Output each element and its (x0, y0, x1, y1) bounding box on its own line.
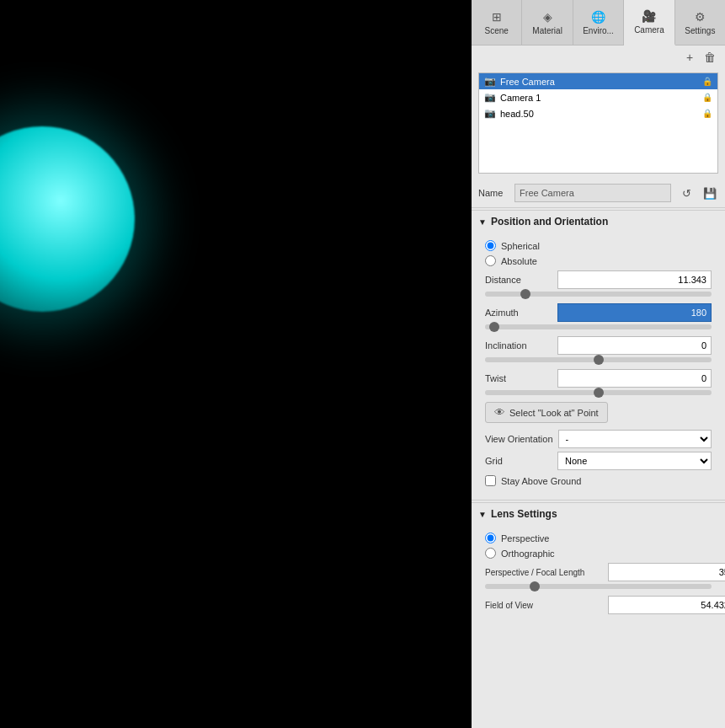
environ-icon: 🌐 (591, 10, 605, 24)
radio-orthographic-label: Orthographic (501, 549, 555, 559)
view-orientation-row: View Orientation - (485, 430, 712, 448)
name-row: Name ↺ 💾 (472, 180, 725, 206)
position-section-title: Position and Orientation (491, 216, 608, 228)
camera-item-lock-1: 🔒 (702, 93, 712, 102)
focal-length-slider-thumb[interactable] (530, 581, 540, 592)
name-reset-button[interactable]: ↺ (678, 185, 695, 201)
stay-above-ground-label: Stay Above Ground (501, 476, 581, 486)
lens-section-header[interactable]: ▼ Lens Settings (472, 502, 725, 525)
tab-settings[interactable]: ⚙ Settings (675, 0, 725, 45)
position-arrow-icon: ▼ (478, 217, 487, 227)
inclination-input[interactable] (557, 336, 712, 355)
tab-environ-label: Enviro... (583, 26, 614, 35)
lens-section-title: Lens Settings (491, 508, 557, 520)
tab-material[interactable]: ◈ Material (522, 0, 573, 45)
radio-absolute[interactable] (485, 255, 496, 266)
radio-orthographic-row: Orthographic (485, 548, 712, 559)
distance-input[interactable] (557, 270, 712, 289)
radio-perspective[interactable] (485, 533, 496, 543)
azimuth-slider-thumb[interactable] (489, 322, 499, 332)
tab-camera[interactable]: 🎥 Camera (624, 0, 674, 46)
twist-slider-thumb[interactable] (594, 388, 604, 398)
radio-spherical-label: Spherical (501, 241, 540, 251)
camera-item-1[interactable]: 📷 Camera 1 🔒 (479, 89, 717, 105)
right-panel: ⊞ Scene ◈ Material 🌐 Enviro... 🎥 Camera … (472, 0, 725, 728)
camera-item-icon-head: 📷 (484, 108, 496, 119)
twist-field-row: Twist (485, 369, 712, 388)
tab-material-label: Material (532, 26, 562, 35)
list-header: + 🗑 (472, 46, 725, 66)
inclination-slider-track[interactable] (485, 357, 712, 362)
distance-slider-track[interactable] (485, 292, 712, 297)
inclination-row: Inclination (485, 336, 712, 362)
radio-perspective-label: Perspective (501, 533, 549, 543)
view-orientation-label: View Orientation (485, 434, 553, 444)
camera-item-icon-1: 📷 (484, 92, 496, 103)
lens-section-content: Perspective Orthographic Perspective / F… (472, 525, 725, 621)
focal-length-field-row: Perspective / Focal Length (485, 563, 712, 581)
name-label: Name (478, 188, 508, 198)
fov-field-row: Field of View (485, 596, 712, 614)
delete-camera-button[interactable]: 🗑 (701, 49, 718, 66)
tab-scene-label: Scene (485, 26, 509, 35)
name-input[interactable] (514, 184, 671, 202)
scene-icon: ⊞ (492, 10, 502, 24)
azimuth-input[interactable] (557, 303, 712, 322)
inclination-field-row: Inclination (485, 336, 712, 355)
radio-perspective-row: Perspective (485, 533, 712, 543)
camera-item-free[interactable]: 📷 Free Camera 🔒 (479, 73, 717, 89)
camera-item-head[interactable]: 📷 head.50 🔒 (479, 105, 717, 121)
distance-slider-thumb[interactable] (520, 289, 530, 299)
tab-camera-label: Camera (634, 25, 664, 35)
distance-row: Distance (485, 270, 712, 297)
grid-select[interactable]: None Floor Custom (557, 452, 712, 470)
fov-input[interactable] (608, 596, 725, 614)
sphere-object (0, 126, 135, 312)
stay-above-ground-row: Stay Above Ground (485, 475, 712, 486)
focal-length-slider-track[interactable] (485, 584, 712, 589)
camera-item-icon-free: 📷 (484, 76, 496, 87)
inclination-slider-thumb[interactable] (594, 355, 604, 365)
viewport (0, 0, 472, 728)
stay-above-ground-checkbox[interactable] (485, 475, 496, 486)
focal-length-row: Perspective / Focal Length (485, 563, 712, 589)
camera-item-name-free: Free Camera (500, 77, 698, 87)
position-section-header[interactable]: ▼ Position and Orientation (472, 210, 725, 233)
tab-scene[interactable]: ⊞ Scene (472, 0, 522, 45)
camera-list: 📷 Free Camera 🔒 📷 Camera 1 🔒 📷 head.50 🔒 (478, 72, 718, 174)
lens-arrow-icon: ▼ (478, 510, 487, 519)
settings-icon: ⚙ (695, 10, 706, 24)
focal-length-input[interactable] (608, 563, 725, 581)
view-orientation-select[interactable]: - (558, 430, 712, 448)
azimuth-slider-track[interactable] (485, 324, 712, 329)
twist-label: Twist (485, 373, 552, 383)
twist-slider-track[interactable] (485, 390, 712, 395)
panel-content: + 🗑 📷 Free Camera 🔒 📷 Camera 1 🔒 📷 head.… (472, 46, 725, 728)
distance-field-row: Distance (485, 270, 712, 289)
radio-spherical[interactable] (485, 240, 496, 251)
divider-2 (472, 500, 725, 500)
camera-icon: 🎥 (642, 9, 656, 23)
look-at-button[interactable]: 👁 Select "Look at" Point (485, 402, 608, 423)
inclination-label: Inclination (485, 340, 552, 351)
radio-absolute-row: Absolute (485, 255, 712, 266)
name-save-button[interactable]: 💾 (701, 185, 718, 201)
focal-length-label: Perspective / Focal Length (485, 568, 603, 577)
grid-row: Grid None Floor Custom (485, 452, 712, 470)
distance-label: Distance (485, 275, 552, 285)
radio-absolute-label: Absolute (501, 256, 537, 266)
tab-environ[interactable]: 🌐 Enviro... (573, 0, 624, 45)
radio-orthographic[interactable] (485, 548, 496, 559)
azimuth-label: Azimuth (485, 308, 552, 318)
eye-icon: 👁 (494, 406, 505, 419)
position-section-content: Spherical Absolute Distance Azimuth (472, 233, 725, 498)
tab-settings-label: Settings (685, 26, 715, 35)
fov-label: Field of View (485, 601, 603, 610)
look-at-label: Select "Look at" Point (509, 408, 599, 418)
add-camera-button[interactable]: + (681, 49, 698, 66)
camera-item-lock-head: 🔒 (702, 109, 712, 118)
twist-input[interactable] (557, 369, 712, 388)
azimuth-field-row: Azimuth (485, 303, 712, 322)
material-icon: ◈ (543, 10, 552, 24)
azimuth-row: Azimuth (485, 303, 712, 329)
